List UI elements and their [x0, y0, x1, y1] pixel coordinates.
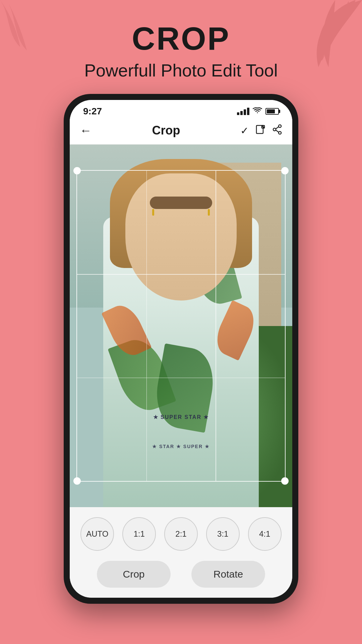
- ratio-2-1-button[interactable]: 2:1: [164, 517, 198, 551]
- grid-line-vertical-2: [216, 171, 216, 481]
- ratio-row: AUTO 1:1 2:1 3:1 4:1: [76, 517, 286, 551]
- grid-line-vertical-1: [146, 171, 147, 481]
- ratio-1-1-button[interactable]: 1:1: [122, 517, 156, 551]
- page-title: Crop: [152, 123, 180, 138]
- share-button[interactable]: [272, 124, 282, 137]
- ratio-4-1-button[interactable]: 4:1: [248, 517, 282, 551]
- nav-bar: ← Crop ✓: [70, 120, 292, 145]
- wifi-icon: [253, 107, 262, 116]
- signal-icon: [237, 108, 249, 115]
- grid-line-horizontal-1: [77, 274, 285, 275]
- svg-line-9: [276, 130, 279, 132]
- confirm-button[interactable]: ✓: [240, 125, 249, 137]
- corner-handle-top-right[interactable]: [281, 167, 289, 174]
- app-title: CROP: [0, 20, 362, 57]
- nav-actions: ✓: [240, 124, 282, 137]
- bottom-panel: AUTO 1:1 2:1 3:1 4:1 Crop Rotate: [70, 507, 292, 598]
- edit-button[interactable]: [255, 124, 265, 137]
- status-icons: [237, 107, 279, 116]
- crop-button[interactable]: Crop: [97, 561, 171, 588]
- image-canvas[interactable]: ★ SUPER STAR ★ ★ STAR ★ SUPER ★: [70, 145, 292, 507]
- back-button[interactable]: ←: [80, 123, 92, 138]
- grid-line-horizontal-2: [77, 378, 285, 378]
- svg-point-5: [279, 125, 281, 127]
- ratio-3-1-button[interactable]: 3:1: [206, 517, 240, 551]
- battery-icon: [265, 108, 279, 115]
- svg-line-8: [276, 127, 279, 129]
- svg-point-7: [279, 131, 281, 134]
- ratio-auto-button[interactable]: AUTO: [80, 517, 114, 551]
- status-time: 9:27: [83, 106, 102, 117]
- phone-mockup: 9:27: [64, 94, 298, 604]
- action-row: Crop Rotate: [76, 561, 286, 588]
- crop-grid[interactable]: [76, 170, 286, 482]
- svg-point-6: [273, 128, 276, 131]
- status-bar: 9:27: [70, 100, 292, 120]
- rotate-button[interactable]: Rotate: [191, 561, 265, 588]
- corner-handle-top-left[interactable]: [73, 167, 81, 174]
- app-subtitle: Powerfull Photo Edit Tool: [0, 60, 362, 80]
